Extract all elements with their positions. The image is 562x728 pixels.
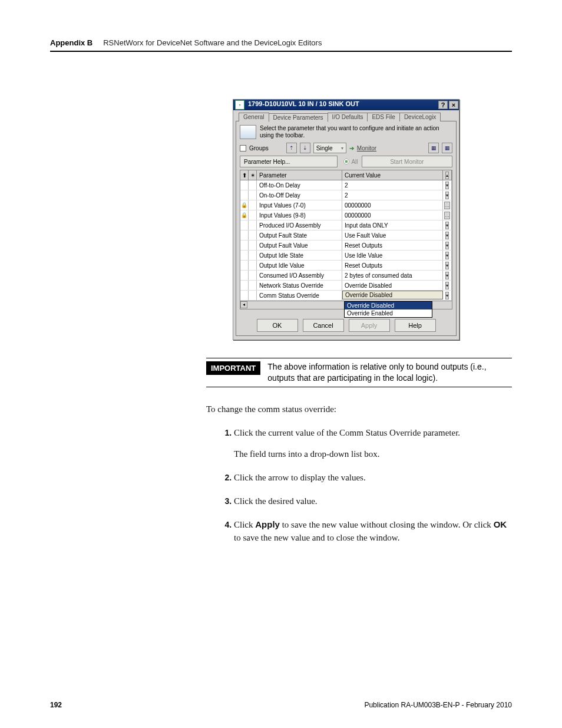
app-icon: ▫ (235, 100, 244, 110)
monitor-icon-1[interactable]: ▦ (428, 143, 439, 153)
row-lock-icon (240, 261, 249, 270)
row-lock-icon: 🔒 (240, 200, 249, 210)
start-monitor-button[interactable]: Start Monitor (362, 156, 452, 167)
monitor-icon-2[interactable]: ▦ (442, 143, 452, 153)
info-icon (240, 125, 256, 139)
table-row[interactable]: Produced I/O AssemblyInput data ONLY▾ (240, 220, 452, 230)
apply-button[interactable]: Apply (349, 319, 390, 332)
row-status-icon (249, 200, 257, 210)
titlebar[interactable]: ▫ 1799-D10U10VL 10 IN / 10 SINK OUT ? × (233, 100, 459, 110)
dropdown-button[interactable]: ▾ (445, 272, 449, 279)
tab-devicelogix[interactable]: DeviceLogix (399, 113, 441, 121)
dropdown-button[interactable]: ▾ (445, 262, 449, 269)
dialog-buttons: OK Cancel Apply Help (240, 319, 452, 332)
table-row[interactable]: On-to-Off Delay2▾ (240, 190, 452, 200)
row-control-cell: ▾ (443, 271, 452, 280)
dropdown-button[interactable]: ▾ (445, 222, 449, 229)
dropdown-button[interactable]: ▾ (445, 292, 449, 299)
running-header: Appendix B RSNetWorx for DeviceNet Softw… (50, 38, 512, 52)
tab-eds-file[interactable]: EDS File (367, 113, 399, 121)
dropdown-option-enabled[interactable]: Override Enabled (345, 309, 432, 317)
help-button-dlg[interactable]: Help (395, 319, 436, 332)
download-icon[interactable]: ⇣ (300, 143, 310, 153)
row-current-value[interactable]: Reset Outputs (342, 261, 443, 270)
all-label: All (351, 159, 358, 165)
table-row[interactable]: Network Status OverrideOverride Disabled… (240, 281, 452, 291)
comm-status-dropdown[interactable]: Override Disabled Override Enabled (344, 301, 432, 318)
tab-device-parameters[interactable]: Device Parameters (269, 113, 328, 122)
dropdown-button[interactable]: ▾ (445, 192, 449, 199)
row-status-icon (249, 271, 257, 280)
sort-icon[interactable]: ⬆ (240, 170, 249, 180)
appendix-label: Appendix B (50, 38, 92, 47)
row-current-value[interactable]: 2 (342, 190, 443, 200)
row-current-value[interactable]: Reset Outputs (342, 241, 443, 250)
row-current-value[interactable]: 00000000 (342, 200, 443, 210)
row-control-cell: … (443, 210, 452, 220)
tab-pane: Select the parameter that you want to co… (236, 121, 457, 336)
table-row[interactable]: 🔒Input Values (9-8)00000000… (240, 210, 452, 220)
row-lock-icon (240, 271, 249, 280)
tab-general[interactable]: General (239, 113, 269, 121)
publication-info: Publication RA-UM003B-EN-P - February 20… (364, 701, 512, 709)
ellipsis-button[interactable]: … (444, 212, 450, 219)
table-row[interactable]: Output Fault ValueReset Outputs▾ (240, 241, 452, 251)
parameter-grid: ⬆ ✶ Parameter Current Value ▴ Off-to-On … (240, 170, 452, 309)
row-control-cell: ▾ (443, 230, 452, 240)
table-row[interactable]: Output Idle ValueReset Outputs▾ (240, 261, 452, 271)
row-current-value[interactable]: 2 (342, 180, 443, 190)
row-lock-icon (240, 230, 249, 240)
row-current-value[interactable]: 2 bytes of consumed data (342, 271, 443, 280)
row-control-cell: ▾ (443, 291, 452, 300)
upload-icon[interactable]: ⇡ (286, 143, 297, 153)
arrow-icon: ➔ (349, 145, 354, 151)
row-current-value[interactable]: Override Disabled (342, 281, 443, 290)
dropdown-button[interactable]: ▾ (445, 282, 449, 289)
ok-button[interactable]: OK (257, 319, 298, 332)
row-lock-icon (240, 241, 249, 250)
row-lock-icon (240, 251, 249, 260)
row-lock-icon (240, 190, 249, 200)
row-current-value[interactable]: Use Idle Value (342, 251, 443, 260)
chapter-title: RSNetWorx for DeviceNet Software and the… (103, 38, 322, 47)
cancel-button[interactable]: Cancel (303, 319, 344, 332)
table-row[interactable]: Off-to-On Delay2▾ (240, 180, 452, 190)
row-current-value[interactable]: 00000000 (342, 210, 443, 220)
row-param-name: Network Status Override (257, 281, 342, 290)
row-control-cell: ▾ (443, 220, 452, 230)
row-current-value[interactable]: Use Fault Value (342, 230, 443, 240)
table-row[interactable]: Output Fault StateUse Fault Value▾ (240, 230, 452, 241)
scroll-up-button[interactable]: ▴ (445, 172, 449, 179)
tab-strip: General Device Parameters I/O Defaults E… (236, 112, 457, 121)
col-current-value[interactable]: Current Value (342, 170, 443, 180)
row-current-value[interactable]: Override Disabled (342, 291, 443, 299)
scroll-left-button[interactable]: ◂ (240, 301, 247, 308)
dropdown-button[interactable]: ▾ (445, 182, 449, 189)
table-row[interactable]: 🔒Input Values (7-0)00000000… (240, 200, 452, 210)
dropdown-button[interactable]: ▾ (445, 242, 449, 249)
dropdown-option-disabled[interactable]: Override Disabled (345, 302, 432, 309)
dropdown-button[interactable]: ▾ (445, 252, 449, 259)
all-radio[interactable] (343, 159, 349, 164)
groups-checkbox[interactable] (240, 145, 246, 151)
ellipsis-button[interactable]: … (444, 202, 450, 209)
table-row[interactable]: Output Idle StateUse Idle Value▾ (240, 251, 452, 261)
table-row[interactable]: Comm Status OverrideOverride Disabled▾ (240, 291, 452, 301)
table-row[interactable]: Consumed I/O Assembly2 bytes of consumed… (240, 271, 452, 281)
toolbar: Groups ⇡ ⇣ Single▾ ➔ Monitor ▦ ▦ (240, 143, 452, 153)
row-status-icon (249, 220, 257, 230)
mode-select[interactable]: Single▾ (313, 143, 346, 153)
close-button[interactable]: × (449, 101, 458, 109)
step-item: Click the current value of the Comm Stat… (234, 426, 512, 460)
col-parameter[interactable]: Parameter (257, 170, 342, 180)
dropdown-button[interactable]: ▾ (445, 232, 449, 239)
tab-io-defaults[interactable]: I/O Defaults (328, 113, 368, 121)
row-status-icon (249, 190, 257, 200)
row-status-icon (249, 230, 257, 240)
filter-icon[interactable]: ✶ (249, 170, 257, 180)
row-current-value[interactable]: Input data ONLY (342, 220, 443, 230)
help-button[interactable]: ? (438, 101, 448, 109)
parameter-help-button[interactable]: Parameter Help... (240, 156, 338, 167)
row-status-icon (249, 251, 257, 260)
monitor-label[interactable]: Monitor (357, 145, 376, 151)
